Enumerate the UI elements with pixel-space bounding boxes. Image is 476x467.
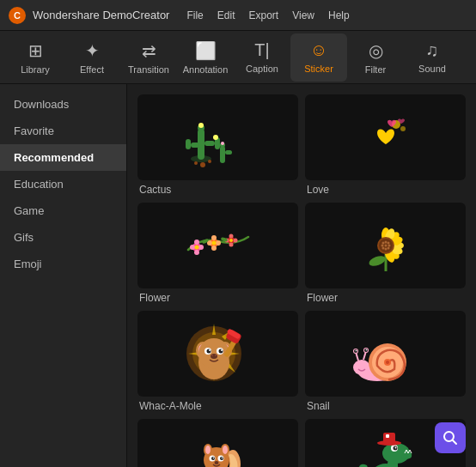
svg-rect-13 — [225, 150, 232, 155]
svg-point-51 — [384, 241, 387, 244]
sticker-thumb-squirrel[interactable] — [137, 419, 298, 467]
svg-point-53 — [381, 245, 383, 247]
sticker-thumb-cactus[interactable] — [137, 94, 298, 180]
sticker-thumb-flower2[interactable] — [305, 203, 466, 288]
transition-icon: ⇄ — [142, 40, 156, 61]
svg-point-55 — [388, 245, 390, 247]
svg-point-35 — [229, 239, 233, 242]
svg-point-110 — [212, 458, 214, 459]
svg-point-81 — [215, 355, 217, 356]
svg-point-31 — [229, 234, 233, 239]
library-icon: ⊞ — [28, 40, 43, 61]
svg-point-94 — [365, 349, 367, 351]
menu-help[interactable]: Help — [328, 9, 350, 21]
sidebar-item-game[interactable]: Game — [0, 197, 126, 224]
menu-view[interactable]: View — [292, 9, 314, 21]
tool-sound-label: Sound — [418, 64, 446, 74]
sidebar: Downloads Favorite Recommended Education… — [0, 84, 127, 467]
effect-icon: ✦ — [85, 40, 100, 61]
svg-point-8 — [213, 135, 218, 140]
svg-rect-4 — [191, 143, 199, 148]
svg-point-50 — [381, 242, 384, 245]
sound-icon: ♫ — [426, 40, 439, 60]
svg-point-80 — [211, 355, 213, 356]
tool-caption-label: Caption — [246, 64, 278, 74]
svg-point-54 — [384, 245, 387, 247]
sticker-thumb-love[interactable] — [305, 94, 466, 180]
search-icon — [442, 430, 458, 446]
svg-point-25 — [211, 235, 217, 240]
svg-point-79 — [211, 354, 217, 359]
search-fab-button[interactable] — [435, 422, 466, 453]
sticker-thumb-flower1[interactable] — [137, 203, 298, 288]
tool-transition[interactable]: ⇄ Transition — [120, 33, 177, 82]
sticker-thumb-whac[interactable] — [137, 311, 298, 397]
titlebar: C Wondershare DemoCreator File Edit Expo… — [0, 0, 476, 31]
svg-point-93 — [355, 350, 357, 352]
menu-edit[interactable]: Edit — [217, 9, 235, 21]
svg-point-20 — [190, 245, 195, 250]
sticker-label-flower1: Flower — [137, 292, 298, 304]
svg-point-127 — [394, 447, 396, 449]
svg-point-33 — [233, 239, 237, 243]
svg-point-58 — [387, 247, 389, 250]
svg-point-21 — [198, 245, 204, 250]
sidebar-item-favorite[interactable]: Favorite — [0, 118, 126, 144]
sticker-item-love: Love — [305, 94, 466, 196]
menu-bar: File Edit Export View Help — [186, 9, 349, 21]
svg-point-103 — [205, 446, 211, 454]
menu-file[interactable]: File — [186, 9, 203, 21]
svg-point-29 — [211, 241, 216, 246]
svg-point-52 — [387, 242, 389, 245]
svg-point-105 — [223, 446, 228, 454]
tool-library[interactable]: ⊞ Library — [7, 33, 64, 82]
tool-sticker[interactable]: ☺ Sticker — [290, 33, 347, 82]
tool-sticker-label: Sticker — [304, 64, 333, 74]
sidebar-item-recommended[interactable]: Recommended — [0, 144, 126, 171]
svg-point-19 — [194, 240, 199, 245]
tool-transition-label: Transition — [128, 64, 169, 75]
app-logo: C — [9, 7, 26, 24]
tool-library-label: Library — [21, 64, 50, 75]
tool-filter[interactable]: ◎ Filter — [347, 33, 404, 82]
menu-export[interactable]: Export — [248, 9, 278, 21]
tool-caption[interactable]: T| Caption — [234, 33, 290, 82]
sidebar-item-education[interactable]: Education — [0, 171, 126, 197]
sticker-icon: ☺ — [310, 40, 327, 60]
svg-point-23 — [194, 246, 198, 250]
svg-point-112 — [214, 461, 218, 464]
sticker-content: Cactus Lo — [127, 84, 476, 467]
sidebar-item-gifs[interactable]: Gifs — [0, 224, 126, 251]
svg-point-27 — [216, 240, 221, 246]
sticker-label-whac: Whac-A-Mole — [137, 400, 298, 412]
svg-rect-5 — [186, 139, 191, 149]
svg-point-77 — [209, 349, 211, 351]
caption-icon: T| — [254, 40, 269, 60]
sidebar-item-emoji[interactable]: Emoji — [0, 251, 126, 277]
tool-annotation[interactable]: ⬜ Annotation — [177, 33, 234, 82]
svg-point-15 — [221, 142, 224, 145]
sidebar-item-downloads[interactable]: Downloads — [0, 91, 126, 118]
tool-filter-label: Filter — [365, 64, 386, 75]
sticker-label-snail: Snail — [305, 400, 466, 412]
svg-point-22 — [194, 250, 199, 255]
svg-point-76 — [218, 349, 223, 354]
svg-point-11 — [200, 162, 205, 167]
tool-sound[interactable]: ♫ Sound — [404, 33, 461, 82]
svg-point-98 — [386, 361, 389, 364]
svg-point-10 — [194, 161, 198, 165]
svg-point-111 — [221, 458, 223, 459]
svg-point-75 — [206, 349, 211, 354]
svg-point-39 — [367, 254, 386, 268]
main-area: Downloads Favorite Recommended Education… — [0, 84, 476, 467]
sticker-thumb-snail[interactable] — [305, 311, 466, 397]
tool-effect[interactable]: ✦ Effect — [64, 33, 120, 82]
svg-point-57 — [384, 248, 387, 251]
annotation-icon: ⬜ — [195, 40, 217, 61]
svg-point-34 — [229, 243, 233, 247]
sticker-item-cactus: Cactus — [137, 94, 298, 196]
svg-rect-129 — [383, 433, 395, 444]
svg-point-28 — [211, 246, 217, 251]
sticker-label-flower2: Flower — [305, 292, 466, 304]
svg-point-17 — [400, 126, 406, 131]
